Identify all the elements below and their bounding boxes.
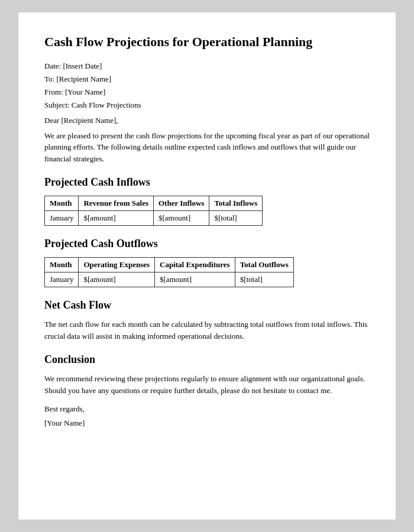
inflows-revenue-cell: $[amount]: [79, 211, 154, 226]
inflows-table: Month Revenue from Sales Other Inflows T…: [44, 196, 263, 226]
inflows-month-cell: January: [45, 211, 79, 226]
outflows-heading: Projected Cash Outflows: [44, 238, 370, 250]
document: Cash Flow Projections for Operational Pl…: [18, 12, 396, 520]
inflows-other-cell: $[amount]: [153, 211, 209, 226]
outflows-col-operating: Operating Expenses: [79, 258, 155, 273]
outflows-month-cell: January: [45, 273, 79, 287]
subject-line: Subject: Cash Flow Projections: [44, 100, 370, 110]
outflows-total-cell: $[total]: [235, 273, 293, 287]
outflows-header-row: Month Operating Expenses Capital Expendi…: [45, 258, 294, 273]
inflows-header-row: Month Revenue from Sales Other Inflows T…: [45, 196, 263, 211]
outflows-capital-cell: $[amount]: [155, 273, 235, 287]
outflows-col-total: Total Outflows: [235, 258, 293, 273]
inflows-col-month: Month: [45, 196, 79, 211]
net-cash-flow-heading: Net Cash Flow: [44, 299, 370, 312]
document-title: Cash Flow Projections for Operational Pl…: [44, 34, 370, 51]
to-line: To: [Recipient Name]: [44, 74, 370, 84]
closing-name: [Your Name]: [44, 419, 370, 428]
conclusion-text: We recommend reviewing these projections…: [44, 373, 370, 396]
outflows-col-month: Month: [45, 258, 79, 273]
sign-off: Best regards,: [44, 404, 370, 414]
inflows-col-total: Total Inflows: [209, 196, 263, 211]
intro-text: We are pleased to present the cash flow …: [44, 130, 370, 165]
inflows-col-other: Other Inflows: [153, 196, 209, 211]
net-cash-flow-text: The net cash flow for each month can be …: [44, 319, 370, 342]
outflows-col-capital: Capital Expenditures: [155, 258, 235, 273]
inflows-col-revenue: Revenue from Sales: [79, 196, 154, 211]
inflows-data-row: January $[amount] $[amount] $[total]: [45, 211, 263, 226]
greeting: Dear [Recipient Name],: [44, 116, 370, 125]
inflows-heading: Projected Cash Inflows: [44, 176, 370, 189]
date-line: Date: [Insert Date]: [44, 61, 370, 71]
conclusion-heading: Conclusion: [44, 353, 370, 366]
outflows-table: Month Operating Expenses Capital Expendi…: [44, 257, 294, 287]
outflows-data-row: January $[amount] $[amount] $[total]: [45, 273, 294, 287]
inflows-total-cell: $[total]: [209, 211, 263, 226]
from-line: From: [Your Name]: [44, 87, 370, 97]
outflows-operating-cell: $[amount]: [79, 273, 155, 287]
